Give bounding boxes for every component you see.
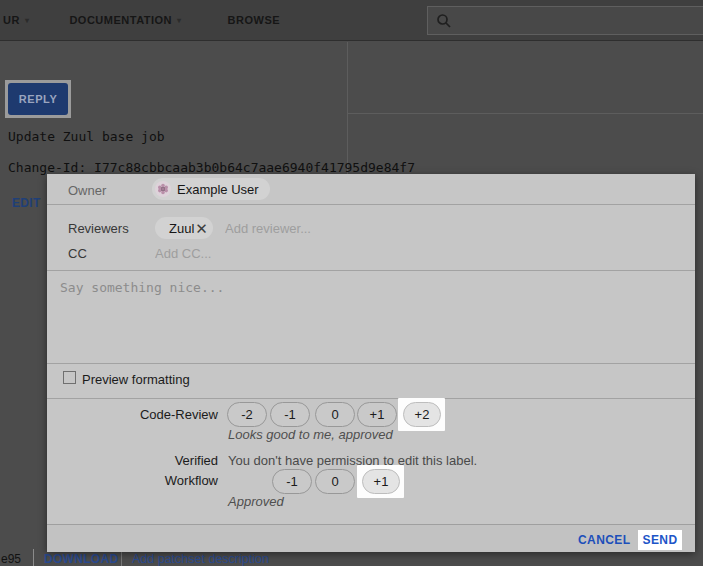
reply-message-textarea[interactable] (55, 274, 687, 359)
separator (33, 549, 34, 566)
nav-menu-browse[interactable]: BROWSE (228, 14, 281, 26)
commit-box-divider (347, 42, 348, 174)
reviewer-chip-label: Zuul (169, 221, 194, 236)
add-reviewer-input[interactable] (225, 218, 445, 238)
cancel-button[interactable]: CANCEL (578, 533, 630, 547)
focus-highlight-send: SEND (638, 530, 682, 550)
score-description-code-review: Looks good to me, approved (228, 427, 393, 442)
score-label-code-review: Code-Review (47, 407, 218, 422)
nav-menu-documentation-label: DOCUMENTATION (69, 14, 172, 26)
score-label-workflow: Workflow (47, 473, 218, 488)
vote-button-code-review-plus2[interactable]: +2 (403, 402, 441, 427)
chevron-down-icon: ▾ (177, 16, 182, 25)
divider (47, 363, 695, 364)
reply-button-focus-ring: REPLY (5, 80, 71, 118)
verified-permission-message: You don't have permission to edit this l… (228, 453, 477, 468)
cc-label: CC (68, 246, 87, 261)
reply-dialog: Owner Example User Reviewers Zuul ✕ CC (47, 174, 695, 552)
owner-label: Owner (68, 183, 106, 198)
score-label-verified: Verified (47, 453, 218, 468)
download-link[interactable]: DOWNLOAD (44, 552, 118, 566)
owner-chip-label: Example User (177, 182, 259, 197)
add-cc-input[interactable] (155, 243, 375, 263)
vote-button-workflow-zero[interactable]: 0 (315, 469, 355, 494)
patchset-sha-fragment: e95 (1, 552, 21, 566)
vote-button-code-review-minus1[interactable]: -1 (270, 402, 310, 427)
remove-reviewer-icon[interactable]: ✕ (195, 221, 208, 236)
nav-menu-your-label: UR (3, 14, 20, 26)
reply-button[interactable]: REPLY (8, 83, 68, 115)
add-patchset-description-link[interactable]: Add patchset description (132, 552, 269, 566)
divider (47, 270, 695, 271)
dialog-footer: CANCEL SEND (47, 524, 695, 552)
owner-chip: Example User (152, 178, 270, 200)
score-description-workflow: Approved (228, 494, 284, 509)
commit-change-id: Change-Id: I77c88cbbcaab3b0b64c7aae6940f… (8, 160, 415, 175)
nav-menu-browse-label: BROWSE (228, 14, 281, 26)
avatar (155, 181, 171, 197)
send-button[interactable]: SEND (638, 530, 682, 550)
vote-button-code-review-plus1[interactable]: +1 (357, 402, 397, 427)
edit-link[interactable]: EDIT (12, 196, 41, 210)
divider (47, 398, 695, 399)
metadata-row-divider (348, 113, 703, 114)
divider (47, 204, 695, 205)
reviewers-label: Reviewers (68, 221, 129, 236)
focus-highlight-code-review-plus2: +2 (398, 398, 445, 431)
search-box[interactable] (427, 6, 703, 35)
nav-menu-your[interactable]: UR ▾ (3, 14, 29, 26)
preview-formatting-checkbox[interactable] (63, 371, 76, 384)
vote-button-code-review-minus2[interactable]: -2 (227, 402, 267, 427)
vote-button-workflow-plus1[interactable]: +1 (362, 469, 400, 494)
top-bar: UR ▾ DOCUMENTATION ▾ BROWSE (0, 0, 703, 41)
nav-menu-documentation[interactable]: DOCUMENTATION ▾ (69, 14, 181, 26)
search-input[interactable] (458, 7, 703, 34)
search-icon (436, 13, 452, 29)
focus-highlight-workflow-plus1: +1 (357, 465, 404, 498)
separator (121, 552, 122, 566)
preview-formatting-label: Preview formatting (82, 372, 190, 387)
chevron-down-icon: ▾ (25, 16, 30, 25)
vote-button-code-review-zero[interactable]: 0 (315, 402, 355, 427)
reviewer-chip[interactable]: Zuul ✕ (155, 217, 213, 239)
commit-message-title: Update Zuul base job (8, 129, 165, 144)
vote-button-workflow-minus1[interactable]: -1 (272, 469, 312, 494)
